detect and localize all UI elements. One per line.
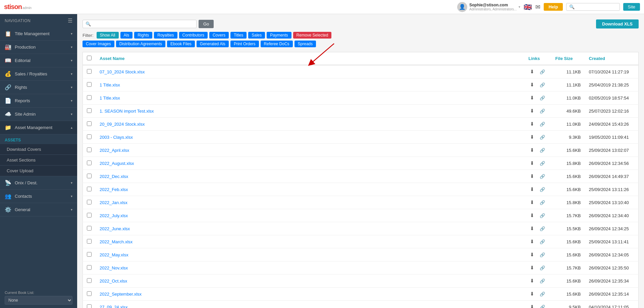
download-button[interactable]: ⬇ <box>529 277 536 285</box>
row-checkbox[interactable] <box>87 187 92 191</box>
sidebar-item-asset-management[interactable]: 📁 Asset Management ▴ <box>0 121 77 134</box>
link-button[interactable]: 🔗 <box>538 252 546 258</box>
asset-name-link[interactable]: 1 Title.xlsx <box>100 82 120 87</box>
download-button[interactable]: ⬇ <box>529 186 536 193</box>
download-button[interactable]: ⬇ <box>529 81 536 88</box>
row-checkbox[interactable] <box>87 161 92 165</box>
row-checkbox[interactable] <box>87 174 92 178</box>
row-checkbox[interactable] <box>87 304 92 308</box>
filter-contributors[interactable]: Contributors <box>179 32 208 39</box>
asset-name-link[interactable]: 2022_March.xlsx <box>100 239 132 244</box>
sidebar-item-general[interactable]: ⚙️ General ▾ <box>0 203 77 217</box>
row-checkbox[interactable] <box>87 69 92 74</box>
filter-payments[interactable]: Payments <box>267 32 291 39</box>
row-checkbox[interactable] <box>87 265 92 270</box>
link-button[interactable]: 🔗 <box>538 160 546 167</box>
download-button[interactable]: ⬇ <box>529 212 536 219</box>
asset-name-link[interactable]: 20_09_2024 Stock.xlsx <box>100 122 145 127</box>
download-xls-button[interactable]: Download XLS <box>596 19 639 28</box>
row-checkbox[interactable] <box>87 108 92 113</box>
current-book-select[interactable]: None <box>5 296 72 305</box>
filter-generated-als[interactable]: Generated Als <box>197 41 229 47</box>
filter-rights[interactable]: Rights <box>134 32 152 39</box>
link-button[interactable]: 🔗 <box>538 226 546 232</box>
link-button[interactable]: 🔗 <box>538 186 546 193</box>
link-button[interactable]: 🔗 <box>538 199 546 206</box>
filter-cover-images[interactable]: Cover Images <box>83 41 114 47</box>
download-button[interactable]: ⬇ <box>529 251 536 258</box>
download-button[interactable]: ⬇ <box>529 68 536 75</box>
hamburger-icon[interactable]: ☰ <box>68 17 73 24</box>
sidebar-item-cover-upload[interactable]: Cover Upload <box>0 166 77 176</box>
download-button[interactable]: ⬇ <box>529 290 536 298</box>
asset-name-link[interactable]: 2022_June.xlsx <box>100 226 130 231</box>
sidebar-item-site-admin[interactable]: ☁️ Site Admin ▾ <box>0 108 77 121</box>
asset-name-link[interactable]: 1. SEASON import Test.xlsx <box>100 109 154 114</box>
download-button[interactable]: ⬇ <box>529 120 536 128</box>
filter-als[interactable]: Als <box>120 32 133 39</box>
download-button[interactable]: ⬇ <box>529 94 536 102</box>
download-button[interactable]: ⬇ <box>529 225 536 232</box>
link-button[interactable]: 🔗 <box>538 121 546 127</box>
sidebar-item-reports[interactable]: 📄 Reports ▾ <box>0 94 77 108</box>
row-checkbox[interactable] <box>87 252 92 257</box>
global-search-input[interactable] <box>576 5 616 9</box>
site-button[interactable]: Site <box>623 3 640 11</box>
link-button[interactable]: 🔗 <box>538 82 546 88</box>
row-checkbox[interactable] <box>87 82 92 87</box>
sidebar-item-contacts[interactable]: 👥 Contacts ▾ <box>0 190 77 203</box>
sidebar-item-editorial[interactable]: 📖 Editorial ▾ <box>0 54 77 67</box>
sidebar-item-sales-royalties[interactable]: 💰 Sales / Royalties ▾ <box>0 67 77 81</box>
filter-sales[interactable]: Sales <box>248 32 265 39</box>
download-button[interactable]: ⬇ <box>529 303 536 308</box>
asset-name-link[interactable]: 2022_May.xlsx <box>100 252 128 257</box>
filter-ebook-files[interactable]: Ebook Files <box>167 41 195 47</box>
filter-remove-selected[interactable]: Remove Selected <box>293 32 332 39</box>
select-all-checkbox[interactable] <box>87 56 92 60</box>
asset-name-link[interactable]: 2022_September.xlsx <box>100 292 142 297</box>
download-button[interactable]: ⬇ <box>529 107 536 115</box>
search-input[interactable] <box>91 21 188 26</box>
row-checkbox[interactable] <box>87 226 92 231</box>
download-button[interactable]: ⬇ <box>529 160 536 167</box>
row-checkbox[interactable] <box>87 239 92 244</box>
asset-name-link[interactable]: 2022_April.xlsx <box>100 148 129 153</box>
asset-name-link[interactable]: 2022_July.xlsx <box>100 213 128 218</box>
link-button[interactable]: 🔗 <box>538 108 546 114</box>
link-button[interactable]: 🔗 <box>538 239 546 245</box>
asset-name-link[interactable]: 2022_Oct.xlsx <box>100 279 127 284</box>
link-button[interactable]: 🔗 <box>538 95 546 101</box>
row-checkbox[interactable] <box>87 213 92 218</box>
download-button[interactable]: ⬇ <box>529 238 536 245</box>
filter-show-all[interactable]: Show All <box>97 32 119 39</box>
filter-covers[interactable]: Covers <box>209 32 229 39</box>
link-button[interactable]: 🔗 <box>538 69 546 75</box>
go-button[interactable]: Go <box>199 20 214 28</box>
sidebar-item-asset-sections[interactable]: Asset Sections <box>0 155 77 166</box>
filter-royalties[interactable]: Royalties <box>154 32 177 39</box>
download-button[interactable]: ⬇ <box>529 264 536 271</box>
mail-icon[interactable]: ✉ <box>535 3 540 11</box>
help-button[interactable]: Help <box>544 3 562 11</box>
th-file-size[interactable]: File Size <box>551 52 585 65</box>
sidebar-item-rights[interactable]: 🔗 Rights ▾ <box>0 81 77 94</box>
filter-print-orders[interactable]: Print Orders <box>230 41 259 47</box>
row-checkbox[interactable] <box>87 95 92 100</box>
user-info[interactable]: 👤 Sophie@stison.com Administrators, Admi… <box>457 2 520 12</box>
download-button[interactable]: ⬇ <box>529 199 536 206</box>
sidebar-item-production[interactable]: 🏭 Production ▾ <box>0 41 77 54</box>
download-button[interactable]: ⬇ <box>529 133 536 141</box>
link-button[interactable]: 🔗 <box>538 304 546 308</box>
download-button[interactable]: ⬇ <box>529 173 536 180</box>
sidebar-item-download-covers[interactable]: Download Covers <box>0 144 77 155</box>
row-checkbox[interactable] <box>87 278 92 283</box>
link-button[interactable]: 🔗 <box>538 265 546 271</box>
link-button[interactable]: 🔗 <box>538 278 546 284</box>
row-checkbox[interactable] <box>87 134 92 139</box>
asset-name-link[interactable]: 2022_Dec.xlsx <box>100 174 128 179</box>
sidebar-item-title-management[interactable]: 📋 Title Management ▾ <box>0 27 77 41</box>
filter-distribution-agreements[interactable]: Distribution Agreements <box>116 41 165 47</box>
asset-name-link[interactable]: 27_09_24.xlsx <box>100 305 128 308</box>
link-button[interactable]: 🔗 <box>538 147 546 153</box>
asset-name-link[interactable]: 2022_Nov.xlsx <box>100 265 128 270</box>
